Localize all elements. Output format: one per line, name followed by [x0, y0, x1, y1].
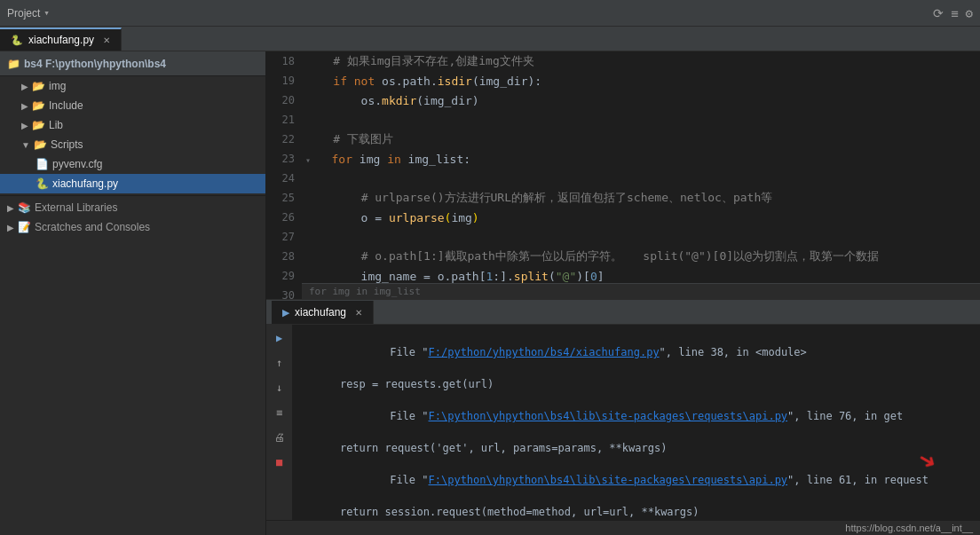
code-line-23: 23 ▾ for img in img_list:	[266, 149, 980, 169]
close-tab-icon[interactable]: ✕	[103, 35, 110, 45]
scroll-up-btn[interactable]: ↑	[270, 353, 289, 373]
file-link[interactable]: F:\python\yhpython\bs4\lib\site-packages…	[429, 410, 788, 422]
code-line-26: 26 o = urlparse(img)	[266, 208, 980, 227]
scroll-down-btn[interactable]: ↓	[270, 378, 289, 397]
sidebar-item-label: img	[49, 80, 66, 92]
sidebar-item-label: Lib	[49, 119, 63, 131]
run-icon: ▶	[282, 307, 289, 319]
sidebar-item-include[interactable]: ▶ 📂 Include	[0, 96, 265, 115]
code-line-25: 25 # urlparse()方法进行URL的解析，返回值包括了scheme、n…	[266, 188, 980, 208]
print-btn[interactable]: 🖨	[270, 428, 289, 447]
project-root-icon: 📁	[7, 58, 20, 70]
arrow-icon: ▶	[7, 223, 14, 232]
sidebar-item-lib[interactable]: ▶ 📂 Lib	[0, 115, 265, 135]
code-line-18: 18 # 如果img目录不存在,创建img文件夹	[266, 51, 980, 71]
run-tab[interactable]: ▶ xiachufang ✕	[272, 301, 374, 324]
scratches-icon: 📝	[18, 221, 31, 233]
divider	[0, 195, 265, 196]
editor-tab-bar: 🐍 xiachufang.py ✕	[0, 27, 980, 51]
watermark: https://blog.csdn.net/a__int__	[845, 523, 973, 533]
sidebar-item-scripts[interactable]: ▼ 📂 Scripts	[0, 135, 265, 154]
sidebar-item-label: Scratches and Consoles	[35, 221, 150, 233]
code-line-22: 22 # 下载图片	[266, 130, 980, 149]
console-line: return request('get', url, params=params…	[300, 440, 973, 456]
external-icon: 📚	[18, 201, 31, 214]
sidebar-item-label: Include	[49, 99, 83, 112]
title-bar: Project ▾ ⟳ ≡ ⚙	[0, 0, 980, 27]
arrow-icon: ▶	[21, 121, 28, 130]
console-line: resp = requests.get(url)	[300, 376, 973, 392]
sidebar-item-label: pyvenv.cfg	[52, 158, 102, 170]
console-line: File "F:\python\yhpython\bs4\lib\site-pa…	[300, 392, 973, 440]
file-tab-active[interactable]: 🐍 xiachufang.py ✕	[0, 28, 122, 51]
code-line-21: 21	[266, 110, 980, 130]
close-run-tab-icon[interactable]: ✕	[355, 308, 362, 318]
sidebar-item-label: External Libraries	[35, 201, 117, 214]
fold-hint: for img in img_list	[309, 286, 421, 297]
content-area: 18 # 如果img目录不存在,创建img文件夹 19 if not os.pa…	[266, 51, 980, 535]
file-link[interactable]: F:/python/yhpython/bs4/xiachufang.py	[429, 346, 660, 358]
toolbar-icons: ⟳ ≡ ⚙	[933, 6, 973, 20]
code-editor: 18 # 如果img目录不存在,创建img文件夹 19 if not os.pa…	[266, 51, 980, 300]
code-line-24: 24	[266, 169, 980, 188]
sidebar-item-xiachufang[interactable]: 🐍 xiachufang.py	[0, 174, 265, 193]
console-line: File "F:\python\yhpython\bs4\lib\site-pa…	[300, 456, 973, 504]
sidebar-item-label: Scripts	[51, 138, 83, 151]
project-root-label: bs4 F:\python\yhpython\bs4	[24, 58, 166, 70]
project-sidebar: 📁 bs4 F:\python\yhpython\bs4 ▶ 📂 img ▶ 📂…	[0, 51, 266, 535]
code-lines: 18 # 如果img目录不存在,创建img文件夹 19 if not os.pa…	[266, 51, 980, 299]
sidebar-header: 📁 bs4 F:\python\yhpython\bs4	[0, 51, 265, 76]
sidebar-btn[interactable]: ≡	[270, 403, 289, 422]
py-file-icon: 🐍	[11, 35, 23, 46]
stop-btn[interactable]: ■	[270, 452, 289, 472]
gear-icon[interactable]: ⚙	[966, 6, 973, 20]
code-line-28: 28 # o.path[1:]截取path中除第一位以后的字符。 split("…	[266, 247, 980, 266]
code-line-27: 27	[266, 227, 980, 247]
sidebar-item-scratches[interactable]: ▶ 📝 Scratches and Consoles	[0, 217, 265, 237]
run-tab-label: xiachufang	[295, 306, 346, 319]
run-toolbar: ▶ ↑ ↓ ≡ 🖨 ■	[266, 325, 293, 520]
console-line: return session.request(method=method, ur…	[300, 504, 973, 520]
run-panel: ▶ xiachufang ✕ ▶ ↑ ↓ ≡ 🖨 ■	[266, 300, 980, 535]
sidebar-item-img[interactable]: ▶ 📂 img	[0, 76, 265, 96]
console-line: File "F:/python/yhpython/bs4/xiachufang.…	[300, 328, 973, 376]
bottom-content: ▶ ↑ ↓ ≡ 🖨 ■ File "F:/python/yhpython/bs4…	[266, 325, 980, 520]
code-line-20: 20 os.mkdir(img_dir)	[266, 90, 980, 110]
arrow-icon: ▶	[21, 82, 28, 91]
file-link[interactable]: F:\python\yhpython\bs4\lib\site-packages…	[429, 474, 788, 486]
sidebar-item-label: xiachufang.py	[52, 177, 118, 190]
project-label: Project	[7, 7, 40, 20]
console-output[interactable]: File "F:/python/yhpython/bs4/xiachufang.…	[293, 325, 980, 520]
arrow-icon: ▼	[21, 140, 30, 150]
arrow-icon: ▶	[21, 101, 28, 111]
arrow-icon: ▶	[7, 203, 14, 213]
file-tab-label: xiachufang.py	[28, 34, 94, 46]
sync-icon[interactable]: ⟳	[933, 6, 944, 20]
bottom-hint-bar: https://blog.csdn.net/a__int__	[266, 520, 980, 535]
sidebar-item-pyvenv[interactable]: 📄 pyvenv.cfg	[0, 154, 265, 174]
code-line-19: 19 if not os.path.isdir(img_dir):	[266, 71, 980, 90]
run-btn[interactable]: ▶	[270, 328, 289, 348]
py-file-icon: 🐍	[36, 177, 49, 190]
bottom-tab-bar: ▶ xiachufang ✕	[266, 300, 980, 325]
cfg-file-icon: 📄	[36, 158, 49, 170]
sidebar-item-external[interactable]: ▶ 📚 External Libraries	[0, 198, 265, 217]
settings-icon[interactable]: ≡	[951, 6, 958, 20]
